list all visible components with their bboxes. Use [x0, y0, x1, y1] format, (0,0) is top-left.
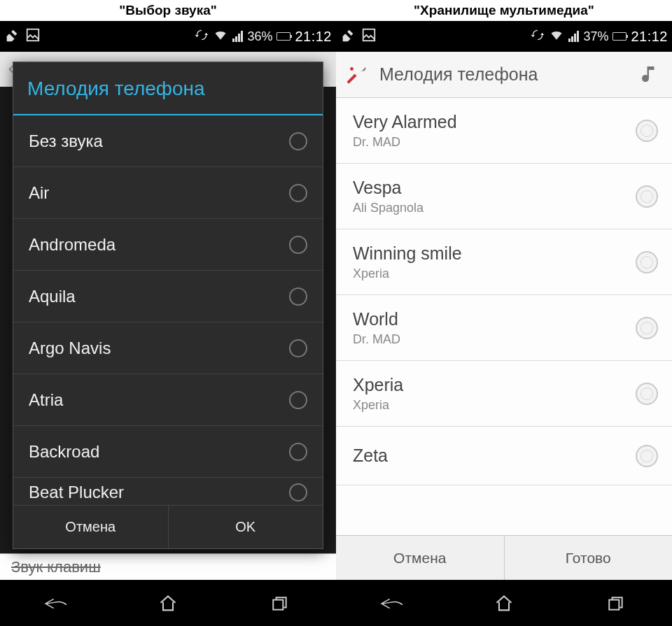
wifi-icon [213, 28, 228, 45]
signal-icon [568, 31, 579, 42]
media-ringtone-option[interactable]: Winning smile Xperia [336, 229, 672, 295]
radio-icon[interactable] [289, 339, 307, 357]
screenshot-icon [4, 27, 20, 46]
back-button[interactable] [371, 590, 413, 618]
left-statusbar: 36% 21:12 [0, 21, 336, 52]
svg-rect-0 [27, 29, 39, 41]
radio-icon[interactable] [289, 236, 307, 254]
image-icon [25, 27, 41, 46]
radio-icon[interactable] [289, 287, 307, 306]
radio-icon[interactable] [289, 391, 307, 409]
ringtone-option[interactable]: Без звука [13, 115, 323, 167]
svg-point-3 [350, 67, 354, 71]
right-caption: "Хранилище мультимедиа" [336, 0, 672, 21]
ringtone-label: Argo Navis [29, 339, 111, 358]
dialog-title: Мелодия телефона [13, 62, 323, 115]
page-title: Мелодия телефона [379, 64, 538, 85]
status-time: 21:12 [295, 29, 332, 45]
home-button[interactable] [147, 590, 189, 618]
cancel-button[interactable]: Отмена [13, 506, 168, 548]
track-title: Zeta [353, 446, 636, 466]
media-ringtone-option[interactable]: Xperia Xperia [336, 361, 672, 427]
radio-icon[interactable] [636, 383, 658, 405]
tools-icon [346, 63, 370, 87]
media-ringtone-option[interactable]: World Dr. MAD [336, 295, 672, 361]
media-ringtone-option[interactable]: Vespa Ali Spagnola [336, 164, 672, 229]
ringtone-label: Air [29, 183, 49, 203]
radio-icon[interactable] [636, 317, 658, 339]
ringtone-option[interactable]: Aquila [13, 271, 323, 322]
ringtone-option[interactable]: Backroad [13, 426, 323, 478]
right-navbar [336, 580, 672, 626]
track-artist: Xperia [353, 398, 636, 413]
radio-icon[interactable] [289, 483, 307, 501]
battery-percent: 36% [247, 29, 272, 44]
cancel-button[interactable]: Отмена [336, 536, 504, 580]
svg-rect-2 [363, 29, 375, 41]
track-artist: Dr. MAD [353, 332, 636, 347]
right-statusbar: 37% 21:12 [336, 21, 672, 52]
sync-icon [531, 28, 545, 45]
radio-icon[interactable] [636, 251, 658, 273]
media-ringtone-option[interactable]: Zeta [336, 427, 672, 485]
sync-icon [195, 28, 209, 45]
left-bg-bottom-row: Звук клавиш [0, 553, 336, 580]
ringtone-label: Backroad [29, 442, 99, 462]
track-artist: Dr. MAD [353, 135, 636, 150]
done-button[interactable]: Готово [504, 536, 673, 580]
radio-icon[interactable] [636, 185, 658, 208]
page-header: Мелодия телефона [336, 52, 672, 98]
ringtone-list[interactable]: Без звука Air Andromeda Aquila [13, 115, 323, 505]
track-title: Vespa [353, 178, 636, 198]
back-button[interactable] [35, 590, 77, 618]
track-artist: Ali Spagnola [353, 201, 636, 215]
radio-icon[interactable] [289, 443, 307, 461]
radio-icon[interactable] [289, 132, 307, 150]
ringtone-option[interactable]: Beat Plucker [13, 478, 323, 505]
left-navbar [0, 580, 336, 626]
media-ringtone-list[interactable]: Very Alarmed Dr. MAD Vespa Ali Spagnola … [336, 98, 672, 535]
ringtone-label: Beat Plucker [29, 483, 124, 502]
media-ringtone-option[interactable]: Very Alarmed Dr. MAD [336, 98, 672, 164]
track-title: Xperia [353, 375, 636, 395]
ok-button[interactable]: OK [168, 506, 323, 548]
home-button[interactable] [483, 590, 525, 618]
ringtone-option[interactable]: Air [13, 167, 323, 219]
image-icon [361, 27, 377, 46]
ringtone-option[interactable]: Argo Navis [13, 322, 323, 374]
ringtone-label: Без звука [29, 131, 103, 151]
track-title: Very Alarmed [353, 112, 636, 132]
track-title: Winning smile [353, 243, 636, 264]
ringtone-option[interactable]: Atria [13, 374, 323, 426]
track-artist: Xperia [353, 266, 636, 281]
battery-icon [612, 32, 626, 41]
signal-icon [232, 31, 243, 42]
status-time: 21:12 [631, 29, 668, 45]
track-title: World [353, 309, 636, 329]
music-icon[interactable] [638, 63, 662, 87]
ringtone-label: Andromeda [29, 235, 115, 255]
screenshot-icon [340, 27, 356, 46]
ringtone-dialog: Мелодия телефона Без звука Air Andromeda [13, 62, 323, 549]
left-caption: "Выбор звука" [0, 0, 336, 21]
recents-button[interactable] [595, 590, 637, 618]
svg-rect-4 [609, 599, 619, 609]
recents-button[interactable] [259, 590, 301, 618]
ringtone-option[interactable]: Andromeda [13, 219, 323, 271]
ringtone-label: Aquila [29, 287, 76, 306]
svg-rect-1 [273, 599, 283, 609]
radio-icon[interactable] [289, 184, 307, 202]
battery-percent: 37% [583, 29, 608, 44]
radio-icon[interactable] [636, 120, 658, 142]
wifi-icon [549, 28, 564, 45]
radio-icon[interactable] [636, 445, 658, 467]
ringtone-label: Atria [29, 390, 63, 410]
battery-icon [276, 32, 290, 41]
